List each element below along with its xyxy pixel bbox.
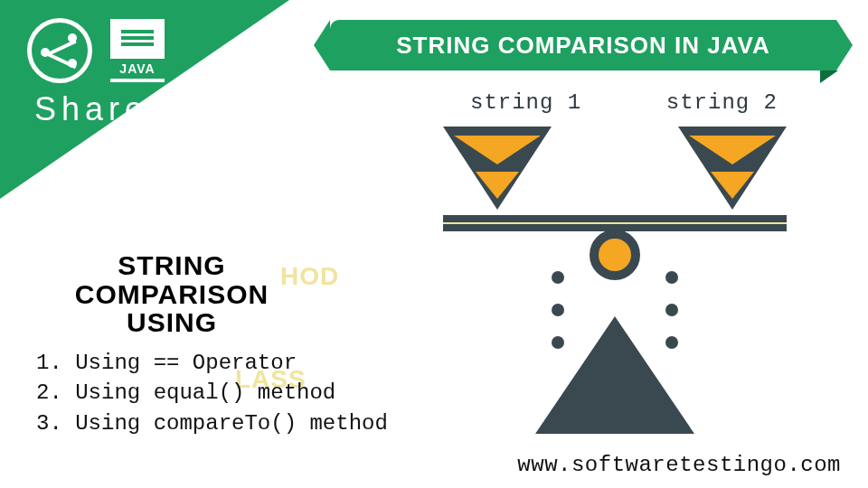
scale-fulcrum-icon — [590, 230, 640, 280]
balance-scale-illustration: string 1 string 2 — [416, 90, 814, 434]
scale-right-label: string 2 — [666, 90, 778, 115]
java-file-icon: JAVA — [110, 19, 165, 82]
share-label: Share — [34, 90, 165, 128]
methods-heading: STRING COMPARISON USING — [27, 251, 316, 337]
scale-base-icon — [535, 316, 694, 434]
title-text: STRING COMPARISON IN JAVA — [396, 32, 770, 60]
file-extension-label: JAVA — [110, 59, 165, 79]
website-url: www.softwaretestingo.com — [517, 453, 841, 477]
list-item: Using == Operator — [36, 348, 389, 379]
share-badge: JAVA Share — [27, 18, 165, 128]
methods-list: Using == Operator Using equal() method U… — [36, 348, 389, 439]
scale-cup-left-icon — [443, 127, 552, 210]
list-item: Using equal() method — [36, 378, 389, 408]
share-icon — [27, 18, 92, 83]
scale-cup-right-icon — [678, 127, 787, 210]
list-item: Using compareTo() method — [36, 408, 389, 439]
methods-section: HOD LASS STRING COMPARISON USING Using =… — [27, 251, 389, 438]
title-ribbon: STRING COMPARISON IN JAVA — [330, 20, 836, 70]
scale-left-label: string 1 — [470, 90, 581, 115]
